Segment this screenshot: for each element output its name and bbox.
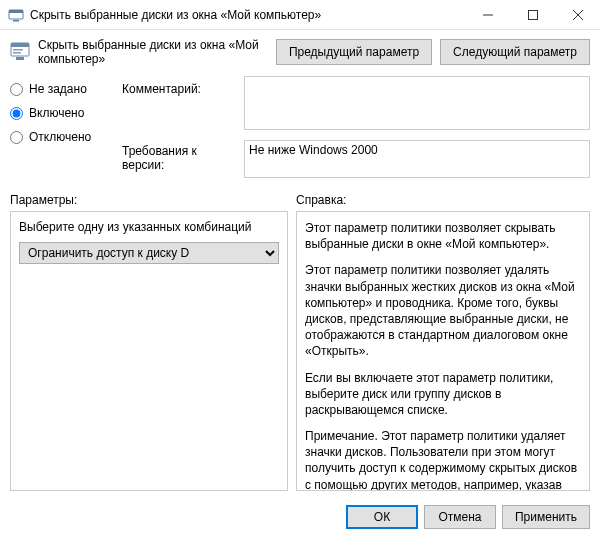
drive-combo[interactable]: Ограничить доступ к диску D: [19, 242, 279, 264]
svg-rect-7: [13, 52, 21, 54]
policy-title: Скрыть выбранные диски из окна «Мой комп…: [38, 38, 268, 66]
svg-rect-2: [13, 20, 19, 22]
radio-enabled-input[interactable]: [10, 107, 23, 120]
cancel-button[interactable]: Отмена: [424, 505, 496, 529]
app-icon: [8, 7, 24, 23]
help-paragraph: Если вы включаете этот параметр политики…: [305, 370, 581, 419]
options-panel: Выберите одну из указанных комбинаций Ог…: [10, 211, 288, 491]
requirements-label: Требования к версии:: [122, 130, 240, 181]
window-title: Скрыть выбранные диски из окна «Мой комп…: [30, 8, 465, 22]
svg-rect-3: [528, 10, 537, 19]
radio-enabled-label: Включено: [29, 106, 84, 120]
radio-not-configured[interactable]: Не задано: [10, 82, 118, 96]
apply-button[interactable]: Применить: [502, 505, 590, 529]
policy-icon: [10, 42, 30, 62]
window-buttons: [465, 0, 600, 29]
titlebar: Скрыть выбранные диски из окна «Мой комп…: [0, 0, 600, 30]
panels: Выберите одну из указанных комбинаций Ог…: [10, 211, 590, 491]
help-panel[interactable]: Этот параметр политики позволяет скрыват…: [296, 211, 590, 491]
comment-input[interactable]: [244, 76, 590, 130]
comment-label: Комментарий:: [122, 76, 240, 130]
footer: ОК Отмена Применить: [0, 497, 600, 539]
requirements-text[interactable]: [244, 140, 590, 178]
ok-button[interactable]: ОК: [346, 505, 418, 529]
svg-rect-6: [13, 49, 23, 51]
maximize-button[interactable]: [510, 0, 555, 29]
radio-not-configured-label: Не задано: [29, 82, 87, 96]
help-paragraph: Этот параметр политики позволяет скрыват…: [305, 220, 581, 252]
close-button[interactable]: [555, 0, 600, 29]
help-label: Справка:: [288, 193, 590, 207]
radio-enabled[interactable]: Включено: [10, 106, 118, 120]
upper-grid: Не задано Включено Отключено Комментарий…: [10, 76, 590, 181]
options-label: Параметры:: [10, 193, 288, 207]
previous-setting-button[interactable]: Предыдущий параметр: [276, 39, 432, 65]
radio-disabled-label: Отключено: [29, 130, 91, 144]
section-labels: Параметры: Справка:: [10, 193, 590, 207]
combo-label: Выберите одну из указанных комбинаций: [19, 220, 279, 234]
next-setting-button[interactable]: Следующий параметр: [440, 39, 590, 65]
svg-rect-8: [16, 57, 24, 60]
radio-disabled-input[interactable]: [10, 131, 23, 144]
minimize-button[interactable]: [465, 0, 510, 29]
help-paragraph: Примечание. Этот параметр политики удаля…: [305, 428, 581, 491]
radio-not-configured-input[interactable]: [10, 83, 23, 96]
svg-rect-1: [9, 10, 23, 13]
radio-disabled[interactable]: Отключено: [10, 130, 118, 144]
state-radios: Не задано Включено Отключено: [10, 76, 118, 181]
help-paragraph: Этот параметр политики позволяет удалять…: [305, 262, 581, 359]
svg-rect-5: [11, 43, 29, 47]
header-row: Скрыть выбранные диски из окна «Мой комп…: [0, 30, 600, 76]
